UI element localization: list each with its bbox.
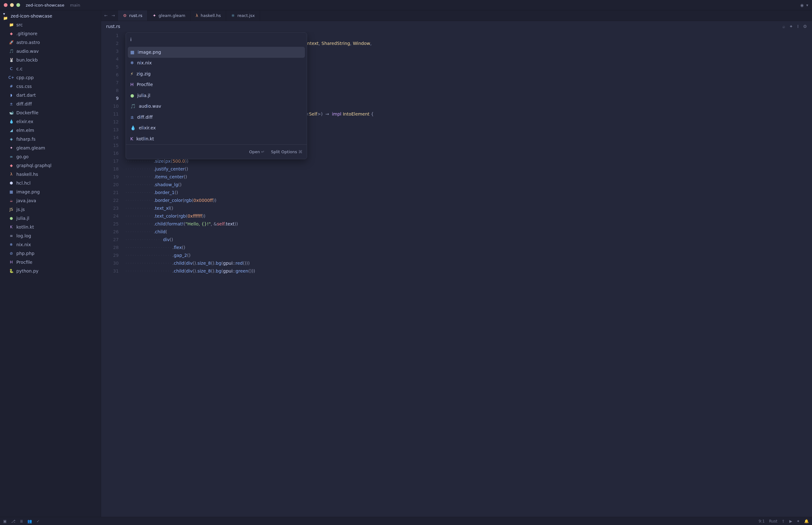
image-icon: ▦ xyxy=(130,48,134,56)
file-label: bun.lockb xyxy=(16,58,38,62)
file-python.py[interactable]: 🐍python.py xyxy=(0,267,101,275)
vcs-icon[interactable]: ⎇ xyxy=(11,519,15,523)
file-fsharp.fs[interactable]: ◈fsharp.fs xyxy=(0,135,101,144)
file-bun.lockb[interactable]: 🐰bun.lockb xyxy=(0,56,101,64)
project-name[interactable]: zed-icon-showcase xyxy=(26,3,64,7)
avatar-icon[interactable]: ◉ xyxy=(800,3,803,7)
diff-icon: ± xyxy=(130,113,134,121)
file-elixir.ex[interactable]: 💧elixir.ex xyxy=(0,117,101,126)
folder-icon: 📁 xyxy=(9,22,14,27)
palette-result-kotlin.kt[interactable]: Kkotlin.kt xyxy=(126,133,307,145)
image-icon: ▦ xyxy=(9,189,14,194)
palette-result-Procfile[interactable]: HProcfile xyxy=(126,79,307,90)
assist-icon[interactable]: ✦ xyxy=(790,24,793,29)
nav-back-icon[interactable]: ← xyxy=(104,13,108,18)
file-label: dart.dart xyxy=(16,93,36,97)
tab-react.jsx[interactable]: ⚛react.jsx xyxy=(226,10,260,21)
heroku-icon: H xyxy=(9,260,14,265)
maximize-window[interactable] xyxy=(16,3,20,7)
file-hcl.hcl[interactable]: ⬢hcl.hcl xyxy=(0,179,101,188)
settings-icon[interactable]: ⚙ xyxy=(803,24,807,29)
cursor-icon[interactable]: I xyxy=(797,24,798,29)
project-root[interactable]: ▾ 📁 zed-icon-showcase xyxy=(0,12,101,20)
file-c.c[interactable]: Cc.c xyxy=(0,64,101,73)
nav-forward-icon[interactable]: → xyxy=(111,13,115,18)
chevron-down-icon[interactable]: ▾ xyxy=(806,3,808,7)
cursor-position[interactable]: 9:1 xyxy=(758,519,765,523)
palette-result-label: elixir.ex xyxy=(139,124,156,132)
code-editor[interactable]: 1234567891011121314151617181920212223242… xyxy=(101,32,812,517)
file-finder-input[interactable]: i xyxy=(126,33,307,47)
file-dart.dart[interactable]: ◗dart.dart xyxy=(0,91,101,100)
file-js.js[interactable]: JSjs.js xyxy=(0,205,101,214)
file-diff.diff[interactable]: ±diff.diff xyxy=(0,100,101,108)
file-graphql.graphql[interactable]: ◆graphql.graphql xyxy=(0,161,101,170)
branch-name[interactable]: main xyxy=(70,3,80,7)
outline-icon[interactable]: ≣ xyxy=(20,519,23,523)
breadcrumb[interactable]: rust.rs xyxy=(106,24,120,29)
copilot-icon[interactable]: ✦ xyxy=(797,519,800,523)
file-go.go[interactable]: ∞go.go xyxy=(0,152,101,161)
file-kotlin.kt[interactable]: Kkotlin.kt xyxy=(0,223,101,231)
file-label: haskell.hs xyxy=(16,172,38,177)
file-nix.nix[interactable]: ❄nix.nix xyxy=(0,240,101,249)
c-icon: C xyxy=(9,66,14,71)
file-css.css[interactable]: #css.css xyxy=(0,82,101,91)
tab-bar: ← → ⚙rust.rs✦gleam.gleamλhaskell.hs⚛reac… xyxy=(101,10,812,21)
php-icon: ⊘ xyxy=(9,251,14,256)
palette-result-label: Procfile xyxy=(137,81,153,89)
gleam-icon: ✦ xyxy=(9,145,14,150)
rust-icon: ⚙ xyxy=(123,13,127,18)
palette-result-image.png[interactable]: ▦image.png xyxy=(128,47,305,58)
tab-gleam.gleam[interactable]: ✦gleam.gleam xyxy=(148,10,191,21)
tab-haskell.hs[interactable]: λhaskell.hs xyxy=(191,10,226,21)
file-image.png[interactable]: ▦image.png xyxy=(0,188,101,196)
language-mode[interactable]: Rust xyxy=(769,519,777,523)
file-java.java[interactable]: ☕java.java xyxy=(0,196,101,205)
file-cpp.cpp[interactable]: C+cpp.cpp xyxy=(0,73,101,82)
file-label: elm.elm xyxy=(16,128,34,133)
palette-result-zig.zig[interactable]: ⚡zig.zig xyxy=(126,69,307,79)
file-Dockerfile[interactable]: 🐋Dockerfile xyxy=(0,108,101,117)
notifications-icon[interactable]: 🔔 xyxy=(804,519,809,523)
tab-rust.rs[interactable]: ⚙rust.rs xyxy=(118,10,148,21)
diagnostics-icon[interactable]: ✓ xyxy=(36,519,40,523)
file-label: astro.astro xyxy=(16,40,40,45)
file-log.log[interactable]: ≡log.log xyxy=(0,231,101,240)
file-src[interactable]: 📁src xyxy=(0,20,101,29)
palette-result-nix.nix[interactable]: ❄nix.nix xyxy=(126,58,307,69)
feedback-icon[interactable]: ⇪ xyxy=(782,519,785,523)
audio-icon: 🎵 xyxy=(130,102,136,110)
close-window[interactable] xyxy=(4,3,7,7)
file-label: go.go xyxy=(16,154,29,159)
palette-result-elixir.ex[interactable]: 💧elixir.ex xyxy=(126,123,307,134)
julia-icon: ● xyxy=(9,216,14,221)
file-label: log.log xyxy=(16,233,31,238)
minimize-window[interactable] xyxy=(10,3,14,7)
go-icon: ∞ xyxy=(9,154,14,159)
file-label: kotlin.kt xyxy=(16,225,34,229)
file-astro.astro[interactable]: 🚀astro.astro xyxy=(0,38,101,47)
palette-result-diff.diff[interactable]: ±diff.diff xyxy=(126,112,307,123)
search-icon[interactable]: ⌕ xyxy=(782,24,785,29)
palette-result-audio.wav[interactable]: 🎵audio.wav xyxy=(126,101,307,112)
cpp-icon: C+ xyxy=(9,75,14,80)
astro-icon: 🚀 xyxy=(9,40,14,45)
collab-icon[interactable]: 👥 xyxy=(27,519,32,523)
file-php.php[interactable]: ⊘php.php xyxy=(0,249,101,258)
terminal-icon[interactable]: ▶ xyxy=(790,519,792,523)
nix-icon: ❄ xyxy=(9,242,14,247)
panel-toggle-icon[interactable]: ▣ xyxy=(3,519,6,523)
file-julia.jl[interactable]: ●julia.jl xyxy=(0,214,101,223)
file-elm.elm[interactable]: ◢elm.elm xyxy=(0,126,101,135)
file-Procfile[interactable]: HProcfile xyxy=(0,258,101,267)
open-action[interactable]: Open↵ xyxy=(249,148,265,156)
palette-result-julia.jl[interactable]: ●julia.jl xyxy=(126,90,307,101)
file-audio.wav[interactable]: 🎵audio.wav xyxy=(0,47,101,56)
file-label: Dockerfile xyxy=(16,110,38,115)
split-action[interactable]: Split Options⌘ xyxy=(271,148,302,156)
python-icon: 🐍 xyxy=(9,269,14,273)
file-.gitignore[interactable]: ◆.gitignore xyxy=(0,29,101,38)
file-haskell.hs[interactable]: λhaskell.hs xyxy=(0,170,101,179)
file-gleam.gleam[interactable]: ✦gleam.gleam xyxy=(0,144,101,152)
